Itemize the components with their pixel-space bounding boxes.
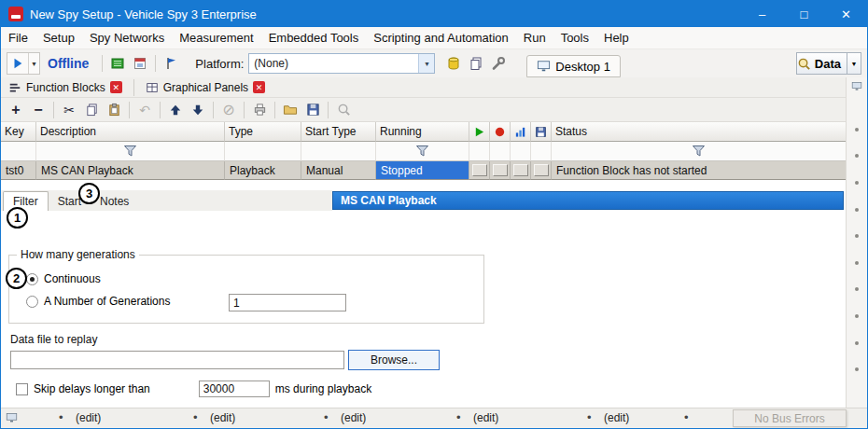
row-stop-button[interactable]: [493, 164, 508, 176]
close-function-blocks-icon[interactable]: ✕: [110, 81, 122, 93]
arrow-up-icon: [169, 104, 182, 117]
menu-item-tools[interactable]: Tools: [553, 28, 596, 48]
column-header-monitor[interactable]: [511, 122, 531, 142]
menu-item-spy-networks[interactable]: Spy Networks: [82, 28, 172, 48]
continuous-option[interactable]: Continuous: [26, 272, 101, 285]
data-file-input[interactable]: [10, 351, 344, 369]
filter-cell-key[interactable]: [1, 142, 36, 161]
printer-icon: [253, 103, 267, 117]
column-header-start-all[interactable]: [469, 122, 490, 142]
data-dropdown-icon[interactable]: ▼: [847, 53, 861, 74]
desktop-corner-icon[interactable]: [6, 412, 18, 423]
generations-count-input[interactable]: [229, 294, 346, 311]
cut-button[interactable]: ✂: [58, 100, 80, 120]
status-edit-3[interactable]: (edit): [341, 411, 366, 424]
number-of-generations-radio[interactable]: [26, 296, 38, 308]
run-button[interactable]: ▼: [7, 52, 40, 75]
filter-cell-start-type[interactable]: [301, 142, 376, 161]
status-edit-2[interactable]: (edit): [210, 411, 235, 424]
row-save-button[interactable]: [534, 164, 549, 176]
platform-value: (None): [249, 57, 418, 70]
goto-platform-button[interactable]: [160, 52, 182, 75]
column-header-type[interactable]: Type: [225, 122, 301, 142]
skip-delay-input[interactable]: [199, 381, 270, 397]
tab-desktop-1[interactable]: Desktop 1: [526, 55, 621, 77]
row-monitor-button[interactable]: [513, 164, 528, 176]
edit-toolbar: + − ✂ ↶ ⊘: [1, 98, 846, 122]
database-button[interactable]: [442, 52, 465, 75]
tab-graphical-panels[interactable]: Graphical Panels ✕: [138, 77, 273, 97]
copy-setup-button[interactable]: [465, 52, 487, 75]
cell-running[interactable]: Stopped: [376, 161, 469, 180]
app-icon: [8, 7, 23, 21]
skip-delays-checkbox[interactable]: [16, 383, 28, 395]
undo-button[interactable]: ↶: [133, 100, 156, 120]
hardware-setup-button[interactable]: [106, 52, 129, 75]
column-header-key[interactable]: Key: [1, 122, 36, 142]
cell-start-type[interactable]: Manual: [301, 161, 376, 180]
run-dropdown-icon[interactable]: ▼: [28, 53, 39, 74]
zoom-button[interactable]: [332, 100, 355, 120]
column-header-stop-all[interactable]: [490, 122, 511, 142]
filter-cell-description[interactable]: [36, 142, 225, 161]
tab-filter[interactable]: Filter: [3, 191, 49, 211]
filter-cell-running[interactable]: [376, 142, 469, 161]
column-header-description[interactable]: Description: [36, 122, 225, 142]
menu-item-run[interactable]: Run: [516, 28, 553, 48]
status-edit-5[interactable]: (edit): [604, 411, 629, 424]
funnel-icon: [415, 145, 429, 158]
number-of-generations-option[interactable]: A Number of Generations: [26, 295, 170, 308]
print-button[interactable]: [248, 100, 271, 120]
strip-monitor-icon[interactable]: [851, 81, 862, 91]
continuous-radio[interactable]: [26, 273, 38, 285]
row-start-button[interactable]: [472, 164, 487, 176]
column-header-save[interactable]: [531, 122, 552, 142]
menu-item-scripting-and-automation[interactable]: Scripting and Automation: [366, 28, 516, 48]
move-up-button[interactable]: [164, 100, 187, 120]
cell-type[interactable]: Playback: [225, 161, 301, 180]
table-row[interactable]: tst0 MS CAN Playback Playback Manual Sto…: [1, 161, 846, 180]
menu-item-file[interactable]: File: [1, 28, 35, 48]
chevron-down-icon[interactable]: ▼: [418, 54, 434, 73]
add-button[interactable]: +: [5, 100, 27, 120]
filter-cell-type[interactable]: [225, 142, 301, 161]
save-button[interactable]: [301, 100, 324, 120]
platform-select[interactable]: (None) ▼: [248, 53, 435, 74]
column-header-start-type[interactable]: Start Type: [301, 122, 376, 142]
logging-setup-button[interactable]: [129, 52, 151, 75]
tools-setup-button[interactable]: [487, 52, 510, 75]
data-button[interactable]: Data ▼: [796, 52, 861, 75]
cell-description[interactable]: MS CAN Playback: [36, 161, 225, 180]
cell-key[interactable]: tst0: [1, 161, 36, 180]
open-button[interactable]: [279, 100, 301, 120]
status-separator-dot: •: [324, 410, 329, 424]
remove-button[interactable]: −: [27, 100, 49, 120]
disable-block-button[interactable]: ⊘: [217, 100, 240, 120]
copy-icon: [85, 103, 99, 117]
browse-button[interactable]: Browse...: [348, 350, 440, 370]
menu-item-help[interactable]: Help: [596, 28, 637, 48]
filter-cell-status[interactable]: [552, 142, 846, 161]
cell-status[interactable]: Function Block has not started: [552, 161, 846, 180]
close-graphical-panels-icon[interactable]: ✕: [253, 81, 265, 93]
menu-item-embedded-tools[interactable]: Embedded Tools: [261, 28, 367, 48]
paste-button[interactable]: [103, 100, 125, 120]
status-edit-4[interactable]: (edit): [473, 411, 498, 424]
copy-button[interactable]: [80, 100, 103, 120]
skip-delays-label: Skip delays longer than: [34, 382, 150, 395]
status-edit-1[interactable]: (edit): [76, 411, 101, 424]
menu-item-measurement[interactable]: Measurement: [172, 28, 260, 48]
menu-item-setup[interactable]: Setup: [35, 28, 82, 48]
playback-settings-panel: How many generations Continuous A Number…: [1, 211, 846, 408]
move-down-button[interactable]: [187, 100, 209, 120]
minimize-button[interactable]: –: [741, 1, 783, 27]
window-title: New Spy Setup - Vehicle Spy 3 Enterprise: [30, 7, 257, 21]
column-header-status[interactable]: Status: [552, 122, 846, 142]
maximize-button[interactable]: □: [783, 1, 825, 27]
column-header-running[interactable]: Running: [376, 122, 469, 142]
annotation-3: 3: [78, 183, 100, 204]
right-dock-strip: [846, 77, 867, 408]
close-button[interactable]: ✕: [825, 1, 867, 27]
grid-filter-row: [1, 142, 846, 161]
tab-function-blocks[interactable]: Function Blocks ✕: [1, 77, 130, 97]
